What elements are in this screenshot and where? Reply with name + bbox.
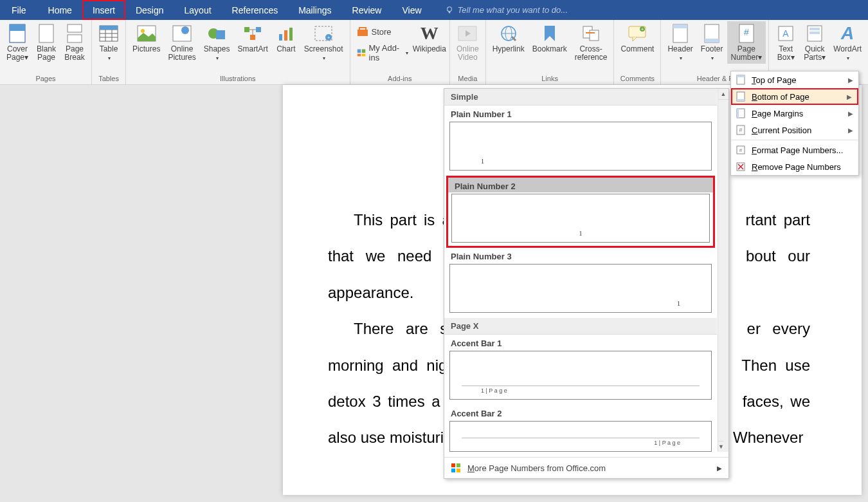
menu-format-page-numbers[interactable]: # Format Page Numbers...Format Page Numb… [731, 142, 858, 158]
group-label-links: Links [489, 73, 611, 84]
svg-text:#: # [744, 27, 749, 37]
svg-rect-25 [289, 28, 293, 41]
bookmark-button[interactable]: Bookmark [529, 21, 571, 55]
gallery-preview: 1 | P a g e [449, 421, 712, 452]
svg-rect-30 [357, 50, 360, 53]
group-label-addins: Add-ins [353, 73, 448, 84]
group-label-comments: Comments [617, 73, 658, 84]
svg-rect-40 [590, 30, 599, 41]
chart-button[interactable]: Chart [272, 21, 300, 55]
submenu-arrow-icon: ▶ [848, 127, 853, 134]
format-page-numbers-icon: # [736, 145, 745, 154]
page-break-button[interactable]: PageBreak [60, 21, 89, 64]
text-box-button[interactable]: A TextBox▾ [772, 21, 800, 64]
tab-layout[interactable]: Layout [174, 0, 222, 20]
gallery-section-pagex: Page X [444, 318, 717, 335]
scroll-down-button[interactable]: ▼ [718, 441, 724, 452]
menu-bottom-of-page[interactable]: Bottom of PageBottom of Page ▶ [731, 88, 858, 105]
menu-page-margins[interactable]: Page MarginsPage Margins ▶ [731, 105, 858, 122]
page-margins-icon [736, 108, 745, 118]
screenshot-button[interactable]: + Screenshot▾ [300, 21, 347, 64]
svg-rect-24 [284, 30, 287, 41]
screenshot-icon: + [314, 25, 333, 42]
my-addins-button[interactable]: My Add-ins ▾ [357, 41, 408, 65]
gallery-item-plain-number-1[interactable]: Plain Number 1 1 [444, 106, 717, 171]
tab-home[interactable]: Home [38, 0, 82, 20]
svg-text:+: + [641, 27, 644, 32]
tab-insert[interactable]: Insert [82, 0, 125, 20]
gallery-item-plain-number-2[interactable]: Plain Number 2 1 [446, 176, 715, 248]
svg-point-17 [181, 26, 189, 34]
wordart-button[interactable]: A WordArt▾ [829, 21, 865, 64]
table-button[interactable]: Table▾ [95, 21, 123, 64]
tab-references[interactable]: References [222, 0, 289, 20]
online-pictures-button[interactable]: OnlinePictures [164, 21, 199, 64]
ribbon-group-links: Hyperlink Bookmark Cross-reference Links [486, 20, 615, 84]
menu-remove-page-numbers[interactable]: Remove Page NumbersRemove Page Numbers [731, 158, 858, 175]
svg-rect-56 [737, 75, 745, 77]
page-break-icon [67, 24, 82, 43]
footer-button[interactable]: Footer▾ [697, 21, 727, 64]
submenu-arrow-icon: ▶ [847, 93, 852, 100]
blank-page-button[interactable]: BlankPage [32, 21, 60, 64]
tell-me-search[interactable]: Tell me what you want to do... [445, 0, 568, 20]
gallery-item-accent-bar-2[interactable]: Accent Bar 2 1 | P a g e [444, 405, 717, 452]
pictures-button[interactable]: Pictures [129, 21, 164, 55]
submenu-arrow-icon: ▶ [848, 110, 853, 117]
top-of-page-icon [736, 75, 745, 85]
ribbon-group-illustrations: Pictures OnlinePictures Shapes▾ SmartArt… [126, 20, 350, 84]
tab-view[interactable]: View [392, 0, 431, 20]
smartart-button[interactable]: SmartArt [233, 21, 271, 55]
tab-design[interactable]: Design [125, 0, 174, 20]
svg-rect-71 [457, 469, 460, 472]
shapes-button[interactable]: Shapes▾ [200, 21, 234, 64]
svg-rect-33 [361, 54, 365, 57]
wikipedia-button[interactable]: W Wikipedia [412, 21, 447, 55]
gallery-item-plain-number-3[interactable]: Plain Number 3 1 [444, 248, 717, 313]
svg-rect-29 [357, 30, 368, 36]
menu-top-of-page[interactable]: TTop of Pageop of Page ▶ [731, 71, 858, 88]
cross-reference-button[interactable]: Cross-reference [571, 21, 611, 64]
store-button[interactable]: Store [357, 24, 408, 39]
cover-page-button[interactable]: CoverPage▾ [3, 21, 32, 64]
svg-rect-20 [244, 27, 249, 32]
scroll-up-button[interactable]: ▲ [718, 89, 728, 100]
group-label-illustrations: Illustrations [129, 73, 347, 84]
submenu-arrow-icon: ▶ [848, 77, 853, 84]
pictures-icon [137, 25, 156, 42]
wikipedia-icon: W [420, 23, 439, 44]
svg-text:#: # [739, 127, 742, 133]
header-button[interactable]: Header▾ [664, 21, 696, 64]
svg-rect-3 [10, 24, 25, 31]
gallery-preview: 1 | P a g e [449, 351, 712, 400]
online-video-button[interactable]: OnlineVideo [453, 21, 483, 64]
ribbon-group-addins: Store My Add-ins ▾ W Wikipedia Add-ins [350, 20, 451, 84]
page-number-button[interactable]: # PageNumber▾ [727, 21, 766, 64]
gallery-item-label: Plain Number 1 [444, 106, 717, 120]
ribbon-group-pages: CoverPage▾ BlankPage PageBreak Pages [0, 20, 92, 84]
submenu-arrow-icon: ▶ [717, 465, 722, 472]
quick-parts-button[interactable]: QuickParts▾ [800, 21, 829, 64]
gallery-item-label: Accent Bar 1 [444, 335, 717, 349]
more-page-numbers-office[interactable]: More Page Numbers from Office.comMore Pa… [444, 457, 728, 478]
bookmark-icon [542, 24, 557, 42]
gallery-item-accent-bar-1[interactable]: Accent Bar 1 1 | P a g e [444, 335, 717, 400]
svg-rect-60 [737, 109, 739, 118]
tab-mailings[interactable]: Mailings [288, 0, 341, 20]
menu-tab-bar: File Home Insert Design Layout Reference… [0, 0, 868, 20]
svg-rect-6 [68, 35, 82, 42]
tab-file[interactable]: File [0, 0, 38, 20]
text-box-icon: A [777, 25, 794, 42]
group-label-media: Media [453, 73, 483, 84]
svg-rect-54 [809, 32, 820, 34]
menu-current-position[interactable]: # Current PositionCurrent Position ▶ [731, 122, 858, 138]
svg-rect-32 [357, 54, 360, 57]
gallery-scrollbar[interactable]: ▲ ▼ [718, 89, 728, 452]
comment-button[interactable]: + Comment [617, 21, 658, 55]
remove-page-numbers-icon [736, 162, 745, 171]
hyperlink-button[interactable]: Hyperlink [489, 21, 529, 55]
tab-review[interactable]: Review [342, 0, 392, 20]
my-addins-icon [357, 48, 366, 58]
ribbon-group-tables: Table▾ Tables [92, 20, 126, 84]
bottom-of-page-icon [736, 91, 745, 102]
